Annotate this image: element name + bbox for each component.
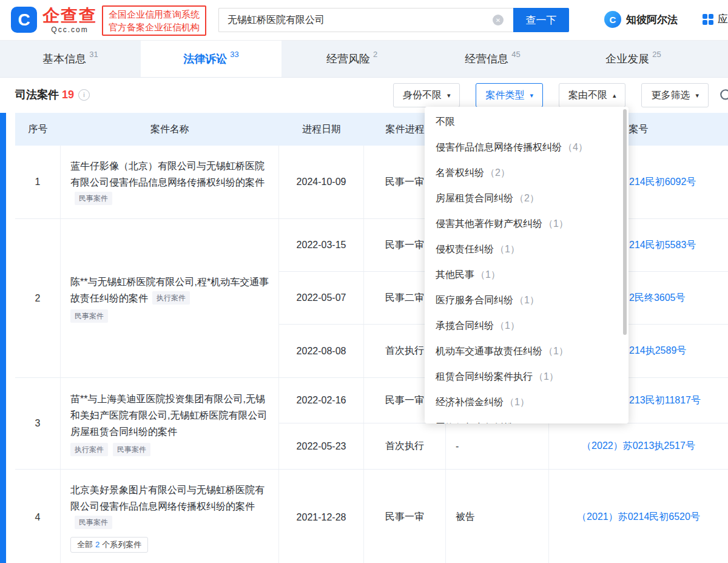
caret-up-icon xyxy=(613,92,616,99)
case-name-cell: 苗**与上海美迪亚医院投资集团有限公司,无锡和美妇产医院有限公司,无锡虹桥医院有… xyxy=(61,378,279,469)
case-count: 19 xyxy=(62,89,74,101)
tab-legal-proceedings[interactable]: 法律诉讼33 xyxy=(141,40,281,77)
dropdown-option[interactable]: 名誉权纠纷（2） xyxy=(425,160,629,186)
proc-date: 2022-03-15 xyxy=(279,219,364,271)
header-no: 序号 xyxy=(15,113,61,146)
apps-label: 应 xyxy=(718,12,728,26)
zhibei-logo-icon xyxy=(604,11,621,28)
proc-date: 2024-10-09 xyxy=(279,146,364,218)
dropdown-option[interactable]: 侵害其他著作财产权纠纷（1） xyxy=(425,211,629,237)
tab-count: 45 xyxy=(511,50,520,59)
proc-date: 2022-02-16 xyxy=(279,378,364,423)
caret-down-icon xyxy=(447,92,451,99)
case-cause-filter-dropdown: 不限 侵害作品信息网络传播权纠纷（4） 名誉权纠纷（2） 房屋租赁合同纠纷（2）… xyxy=(425,107,629,423)
tab-bar: 基本信息31 法律诉讼33 经营风险2 经营信息45 企业发展25 xyxy=(0,40,728,78)
case-number-link[interactable]: （2022）苏0213执2517号 xyxy=(549,423,728,469)
tab-basic-info[interactable]: 基本信息31 xyxy=(0,40,141,77)
dropdown-option[interactable]: 机动车交通事故责任纠纷（1） xyxy=(425,339,629,364)
info-icon[interactable] xyxy=(78,89,90,101)
case-name-cell: 陈**与无锡虹桥医院有限公司,程*机动车交通事故责任纠纷的案件执行案件 民事案件 xyxy=(61,219,279,377)
filter-case-type[interactable]: 案件类型 xyxy=(476,83,543,107)
dropdown-option[interactable]: 租赁合同纠纷案件执行（1） xyxy=(425,364,629,389)
case-name-cell: 北京美好景象图片有限公司与无锡虹桥医院有限公司侵害作品信息网络传播权纠纷的案件民… xyxy=(61,470,279,563)
table-row: 4 北京美好景象图片有限公司与无锡虹桥医院有限公司侵害作品信息网络传播权纠纷的案… xyxy=(15,470,728,563)
zhibei-label: 知彼阿尔法 xyxy=(626,13,678,27)
case-type-tag: 执行案件 xyxy=(70,443,108,456)
brand-domain: Qcc.com xyxy=(42,25,97,34)
proc-date: 2021-12-28 xyxy=(279,470,364,563)
search-button[interactable]: 查一下 xyxy=(513,8,569,32)
top-bar: 企查查 Qcc.com 全国企业信用查询系统 官方备案企业征信机构 查一下 知彼… xyxy=(0,0,728,40)
certification-line2: 官方备案企业征信机构 xyxy=(109,21,200,33)
proc-role: - xyxy=(446,423,549,469)
case-type-tag: 民事案件 xyxy=(113,443,150,456)
certification-line1: 全国企业信用查询系统 xyxy=(109,8,200,21)
case-name-cell: 蓝牛仔影像（北京）有限公司与无锡虹桥医院有限公司侵害作品信息网络传播权纠纷的案件… xyxy=(61,146,279,218)
case-type-tag: 民事案件 xyxy=(70,309,108,323)
certification-box: 全国企业信用查询系统 官方备案企业征信机构 xyxy=(102,5,206,36)
series-cases-button[interactable]: 全部2个系列案件 xyxy=(70,537,148,553)
brand-name: 企查查 xyxy=(42,7,97,25)
tab-count: 2 xyxy=(373,50,377,59)
header-date: 进程日期 xyxy=(279,113,364,146)
case-name[interactable]: 北京美好景象图片有限公司与无锡虹桥医院有限公司侵害作品信息网络传播权纠纷的案件 xyxy=(70,485,265,511)
filter-case-cause[interactable]: 案由不限 xyxy=(559,83,626,107)
case-index: 2 xyxy=(15,219,61,377)
left-accent-bar xyxy=(0,113,6,563)
tab-business-risk[interactable]: 经营风险2 xyxy=(281,40,422,77)
search-bar: 查一下 xyxy=(218,8,569,32)
proc-date: 2022-05-23 xyxy=(279,423,364,469)
apps-menu[interactable]: 应 xyxy=(703,12,728,26)
qcc-logo[interactable]: 企查查 Qcc.com xyxy=(11,7,97,34)
caret-down-icon xyxy=(695,92,699,99)
case-index: 1 xyxy=(15,146,61,218)
case-number-link[interactable]: （2021）苏0214民初6520号 xyxy=(549,470,728,563)
tab-business-info[interactable]: 经营信息45 xyxy=(422,40,563,77)
proceedings: 2021-12-28 民事一审 被告 （2021）苏0214民初6520号 xyxy=(279,470,728,563)
zhibei-alpha-link[interactable]: 知彼阿尔法 xyxy=(604,11,678,28)
filter-identity[interactable]: 身份不限 xyxy=(393,83,460,107)
case-index: 3 xyxy=(15,378,61,469)
proc-stage: 首次执行 xyxy=(364,423,446,469)
search-input[interactable] xyxy=(218,8,513,32)
filter-more[interactable]: 更多筛选 xyxy=(641,83,709,107)
dropdown-option[interactable]: 经济补偿金纠纷（1） xyxy=(425,389,629,415)
proc-role: 被告 xyxy=(446,470,549,563)
case-name[interactable]: 蓝牛仔影像（北京）有限公司与无锡虹桥医院有限公司侵害作品信息网络传播权纠纷的案件 xyxy=(70,161,265,187)
case-name[interactable]: 苗**与上海美迪亚医院投资集团有限公司,无锡和美妇产医院有限公司,无锡虹桥医院有… xyxy=(70,394,267,437)
filter-buttons: 身份不限 案件类型 案由不限 更多筛选 xyxy=(393,83,709,107)
header-case-name: 案件名称 xyxy=(61,113,279,146)
caret-down-icon xyxy=(530,92,533,99)
tab-count: 31 xyxy=(89,50,98,59)
dropdown-scrollbar[interactable] xyxy=(623,109,627,335)
clear-search-icon[interactable] xyxy=(493,15,504,25)
qcc-logo-icon xyxy=(11,7,37,33)
tab-count: 25 xyxy=(652,50,661,59)
case-type-tag: 民事案件 xyxy=(75,192,112,205)
proc-date: 2022-05-07 xyxy=(279,272,364,324)
series-count: 2 xyxy=(95,540,99,549)
tab-company-development[interactable]: 企业发展25 xyxy=(563,40,704,77)
proc-stage: 民事一审 xyxy=(364,470,446,563)
case-type-tag: 民事案件 xyxy=(75,516,112,529)
search-icon[interactable] xyxy=(719,88,728,106)
dropdown-option[interactable]: 不限 xyxy=(425,109,629,135)
case-index: 4 xyxy=(15,470,61,563)
tab-count: 33 xyxy=(230,50,238,59)
dropdown-option[interactable]: 房屋租赁合同纠纷（2） xyxy=(425,186,629,211)
dropdown-option[interactable]: 医疗服务合同纠纷（1） xyxy=(425,288,629,313)
dropdown-option[interactable]: 网络侵权责任纠纷（1） xyxy=(425,415,629,423)
dropdown-option[interactable]: 侵害作品信息网络传播权纠纷（4） xyxy=(425,135,629,160)
proc-date: 2022-08-08 xyxy=(279,325,364,377)
dropdown-option[interactable]: 其他民事（1） xyxy=(425,262,629,288)
dropdown-option[interactable]: 侵权责任纠纷（1） xyxy=(425,237,629,262)
section-title: 司法案件 19 xyxy=(15,87,90,102)
apps-grid-icon xyxy=(703,14,713,25)
case-type-tag: 执行案件 xyxy=(152,291,190,305)
dropdown-option[interactable]: 承揽合同纠纷（1） xyxy=(425,313,629,339)
